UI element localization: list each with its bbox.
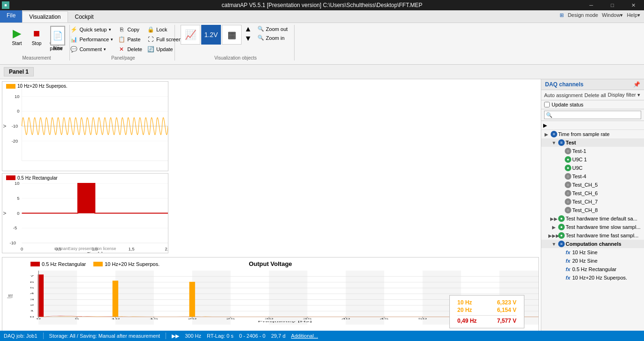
design-mode-icon: ⊞ (560, 12, 564, 18)
daq-item-hw-slow[interactable]: ▶ ● Test hardware time slow sampl... (541, 223, 644, 231)
daq-item-test1[interactable]: ○ Test-1 (541, 147, 644, 155)
stop-button[interactable]: ■ Stop (27, 25, 46, 47)
daq-item-test4[interactable]: ○ Test-4 (541, 172, 644, 181)
daq-pin-button[interactable]: 📌 (633, 81, 640, 88)
scroll-down-icon[interactable]: ▼ (244, 34, 252, 43)
copy-icon: ⎘ (118, 26, 125, 33)
delete-icon: ✕ (118, 45, 125, 53)
daq-item-rect[interactable]: fx 0.5 Hz Rectangular (541, 265, 644, 273)
viz-buttons: 📈 1.2V ▦ (181, 25, 242, 45)
measurement-group-label: Measurement (22, 55, 51, 61)
svg-text:5: 5 (30, 287, 35, 288)
additional-button[interactable]: Additional... (291, 333, 318, 339)
daq-item-ch5[interactable]: ○ Test_CH_5 (541, 181, 644, 189)
zoom-in-button[interactable]: 🔍 Zoom in (255, 34, 290, 42)
expand-all-icon[interactable]: ▶ (543, 122, 547, 128)
test-expand-icon[interactable]: ▼ (551, 139, 557, 146)
20hz-icon: fx (565, 258, 571, 264)
new-label: New (53, 45, 62, 51)
status-range: 0 - 2406 - 0 (239, 333, 265, 339)
left-chart-watermark: catmanEasy presentation license (54, 246, 116, 251)
update-status-row: Update status (541, 100, 644, 109)
daq-item-hw-default[interactable]: ▶▶ ● Test hardware time default sa... (541, 214, 644, 223)
daq-item-u9c[interactable]: ● U9C (541, 164, 644, 172)
ch8-label: Test_CH_8 (572, 207, 598, 213)
copy-button[interactable]: ⎘ Copy (116, 25, 144, 34)
svg-text:25: 25 (226, 318, 235, 319)
zoom-out-button[interactable]: 🔍 Zoom out (255, 25, 290, 33)
daq-item-time[interactable]: ▶ ≡ Time from sample rate (541, 130, 644, 138)
design-mode-label[interactable]: Design mode (568, 12, 598, 18)
svg-rect-36 (269, 271, 307, 325)
panel-label[interactable]: Panel 1 (4, 67, 34, 76)
bottom-chart-legend: 0.5 Hz Rectangular (6, 175, 58, 181)
daq-item-ch8[interactable]: ○ Test_CH_8 (541, 206, 644, 214)
svg-text:6: 6 (30, 281, 35, 283)
display-filter-button[interactable]: Display filter ▾ (608, 92, 640, 98)
svg-text:15: 15 (149, 318, 158, 319)
paste-button[interactable]: 📋 Paste (116, 35, 144, 44)
minimize-button[interactable]: ─ (581, 0, 602, 10)
comment-button[interactable]: 💬 Comment ▾ (68, 45, 115, 54)
start-button[interactable]: ▶ Start (8, 25, 26, 47)
panel-page-group: 📄 New ⚡ Quick setup ▾ 📊 Performance ▾ (72, 25, 175, 61)
test1-label: Test-1 (572, 148, 586, 154)
right-chart: Output Voltage 0.5 Hz Rectangular 10 Hz+… (2, 257, 539, 341)
svg-text:0: 0 (17, 211, 19, 216)
daq-header: DAQ channels 📌 (541, 79, 644, 90)
daq-item-test-section[interactable]: ▼ ≡ Test (541, 138, 644, 147)
table-viz-button[interactable]: ▦ (222, 25, 242, 45)
tab-visualization[interactable]: Visualization (22, 11, 68, 23)
quick-setup-button[interactable]: ⚡ Quick setup ▾ (68, 25, 115, 34)
help-menu[interactable]: Help▾ (627, 12, 640, 18)
daq-item-comp-section[interactable]: ▼ ≡ Computation channels (541, 240, 644, 248)
daq-search-input[interactable] (544, 111, 641, 119)
main-area: 10 Hz+20 Hz Superpos. 10 0 -10 - (0, 79, 644, 341)
svg-text:10: 10 (111, 318, 120, 319)
app-icon: ■ (2, 1, 9, 9)
daq-item-ch7[interactable]: ○ Test_CH_7 (541, 197, 644, 206)
viz-objects-group: 📈 1.2V ▦ ▲ ▼ 🔍 Zoom out 🔍 (177, 25, 295, 61)
zoom-out-icon: 🔍 (258, 26, 264, 32)
tooltip-row2: 20 Hz 6,154 V (457, 307, 516, 313)
close-button[interactable]: ✕ (623, 0, 644, 10)
legend-red-box (30, 262, 40, 266)
comp-expand-icon[interactable]: ▼ (551, 241, 557, 247)
tab-file[interactable]: File (0, 10, 22, 23)
panel-page-items: 📄 New ⚡ Quick setup ▾ 📊 Performance ▾ (48, 25, 197, 54)
svg-text:7: 7 (30, 276, 35, 277)
tab-cockpit[interactable]: Cockpit (68, 11, 101, 23)
tooltip-row1: 10 Hz 6,323 V (457, 299, 516, 306)
svg-text:Frequency  [Hz]: Frequency [Hz] (258, 321, 312, 322)
window-menu[interactable]: Window▾ (602, 12, 623, 18)
svg-text:V: V (2, 124, 7, 128)
daq-item-superpos[interactable]: fx 10 Hz+20 Hz Superpos. (541, 273, 644, 282)
daq-item-ch6[interactable]: ○ Test_CH_6 (541, 189, 644, 197)
right-panel: DAQ channels 📌 Auto assignment Delete al… (541, 79, 644, 341)
time-expand-icon[interactable]: ▶ (543, 131, 550, 137)
performance-icon: 📊 (70, 36, 77, 43)
performance-button[interactable]: 📊 Performance ▾ (68, 35, 115, 44)
title-bar: ■ catmanAP V5.5.1 [Presentation version]… (0, 0, 644, 10)
auto-assignment-button[interactable]: Auto assignment (544, 92, 583, 98)
delete-all-button[interactable]: Delete all (584, 92, 606, 98)
scroll-up-icon[interactable]: ▲ (244, 25, 252, 33)
daq-item-20hz-sine[interactable]: fx 20 Hz Sine (541, 257, 644, 265)
update-status-checkbox[interactable] (544, 102, 550, 107)
daq-item-u9c1[interactable]: ● U9C 1 (541, 155, 644, 164)
graph-viz-button[interactable]: 📈 (181, 25, 200, 45)
new-button[interactable]: 📄 New (48, 25, 67, 52)
svg-text:45: 45 (380, 318, 389, 319)
panel-small-group2: ⎘ Copy 📋 Paste ✕ Delete (116, 25, 144, 54)
zoom-group: 🔍 Zoom out 🔍 Zoom in (255, 25, 290, 42)
daq-item-hw-fast[interactable]: ▶▶▶ ● Test hardware time fast sampl... (541, 231, 644, 240)
search-icon: 🔍 (546, 112, 553, 118)
test4-icon: ○ (565, 173, 571, 180)
display-viz-button[interactable]: 1.2V (201, 25, 221, 45)
maximize-button[interactable]: □ (602, 0, 623, 10)
daq-item-10hz-sine[interactable]: fx 10 Hz Sine (541, 248, 644, 257)
daq-search: 🔍 (541, 109, 644, 121)
comp-section-icon: ≡ (558, 241, 565, 247)
hw-slow-label: Test hardware time slow sampl... (566, 224, 641, 230)
delete-button[interactable]: ✕ Delete (116, 45, 144, 54)
